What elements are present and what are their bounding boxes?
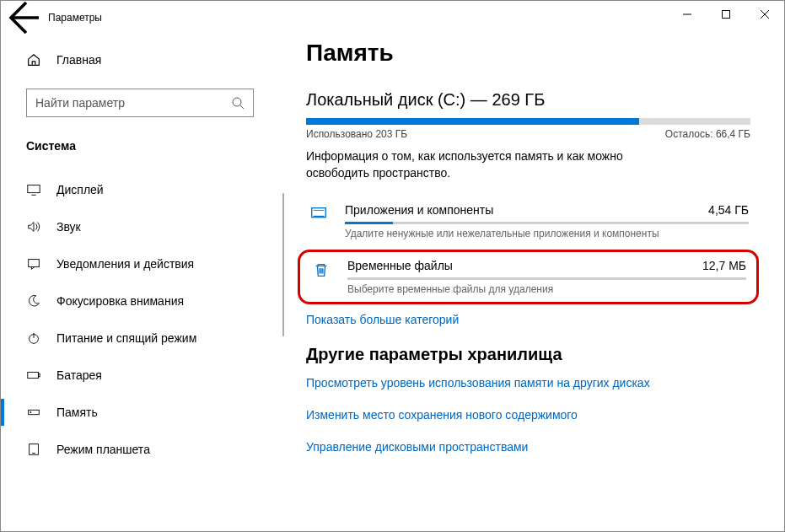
link-storage-spaces[interactable]: Управление дисковыми пространствами <box>306 440 750 454</box>
sound-icon <box>26 219 41 234</box>
sidebar-item-label: Дисплей <box>56 183 104 196</box>
apps-icon <box>308 203 330 223</box>
battery-icon <box>26 368 41 383</box>
entry-bar <box>347 277 746 280</box>
home-label: Главная <box>56 53 101 67</box>
sidebar-item-notifications[interactable]: Уведомления и действия <box>1 245 279 282</box>
svg-rect-1 <box>723 11 730 19</box>
minimize-button[interactable] <box>668 1 707 28</box>
sidebar-item-label: Уведомления и действия <box>56 257 194 271</box>
tablet-icon <box>26 442 41 457</box>
home-icon <box>26 52 41 67</box>
other-header: Другие параметры хранилища <box>306 345 750 364</box>
back-button[interactable] <box>1 1 41 35</box>
entry-body: Приложения и компоненты 4,54 ГБ Удалите … <box>345 203 749 239</box>
notifications-icon <box>26 256 41 271</box>
scroll-indicator[interactable] <box>282 193 284 336</box>
entry-apps[interactable]: Приложения и компоненты 4,54 ГБ Удалите … <box>306 198 750 245</box>
maximize-icon <box>722 10 730 19</box>
sidebar-item-battery[interactable]: Батарея <box>1 357 279 394</box>
svg-point-4 <box>233 98 241 106</box>
home-link[interactable]: Главная <box>1 43 279 77</box>
svg-rect-6 <box>28 185 40 193</box>
entry-size: 4,54 ГБ <box>708 203 749 217</box>
entry-bar-fill <box>345 222 393 224</box>
sidebar-item-sound[interactable]: Звук <box>1 208 279 245</box>
link-more-categories[interactable]: Показать больше категорий <box>306 313 750 326</box>
entry-bar <box>345 222 749 224</box>
moon-icon <box>26 293 41 309</box>
entry-sub: Удалите ненужные или нежелательные прило… <box>345 228 749 239</box>
sidebar-item-label: Фокусировка внимания <box>56 294 184 308</box>
close-button[interactable] <box>745 1 784 28</box>
sidebar-item-storage[interactable]: Память <box>1 394 279 431</box>
display-icon <box>26 182 41 197</box>
entry-temp[interactable]: Временные файлы 12,7 МБ Выберите временн… <box>309 259 748 295</box>
search-placeholder: Найти параметр <box>35 96 125 110</box>
sidebar-item-display[interactable]: Дисплей <box>1 171 279 208</box>
svg-rect-11 <box>28 372 39 378</box>
entry-sub: Выберите временные файлы для удаления <box>347 283 746 295</box>
sidebar-item-power[interactable]: Питание и спящий режим <box>1 320 279 357</box>
link-change-save[interactable]: Изменить место сохранения нового содержи… <box>306 408 750 422</box>
sidebar-item-focus[interactable]: Фокусировка внимания <box>1 282 279 320</box>
svg-line-5 <box>240 105 244 109</box>
search-input[interactable]: Найти параметр <box>26 89 254 117</box>
close-icon <box>761 10 769 19</box>
disk-usage-fill <box>306 118 639 125</box>
trash-icon <box>310 259 332 279</box>
link-other-disks[interactable]: Просмотреть уровень использования памяти… <box>306 376 750 390</box>
disk-title: Локальный диск (C:) — 269 ГБ <box>306 90 750 110</box>
used-label: Использовано 203 ГБ <box>306 128 407 140</box>
body: Главная Найти параметр Система Дисплей З… <box>1 35 784 531</box>
titlebar: Параметры <box>1 1 784 35</box>
disk-labels: Использовано 203 ГБ Осталось: 66,4 ГБ <box>306 128 750 140</box>
storage-icon <box>26 405 41 420</box>
content: Память Локальный диск (C:) — 269 ГБ Испо… <box>279 35 784 531</box>
entry-size: 12,7 МБ <box>702 259 746 272</box>
sidebar-item-tablet[interactable]: Режим планшета <box>1 431 279 468</box>
free-label: Осталось: 66,4 ГБ <box>665 128 750 140</box>
svg-rect-12 <box>38 373 40 377</box>
svg-rect-18 <box>314 216 325 218</box>
minimize-icon <box>683 10 691 19</box>
nav-list: Дисплей Звук Уведомления и действия Фоку… <box>1 171 279 468</box>
svg-rect-8 <box>29 260 40 267</box>
power-icon <box>26 330 41 346</box>
sidebar-category: Система <box>26 139 279 153</box>
window-title: Параметры <box>48 12 102 24</box>
sidebar-item-label: Память <box>56 406 98 419</box>
settings-window: Параметры Главная Найти параметр Система… <box>0 0 785 532</box>
sidebar: Главная Найти параметр Система Дисплей З… <box>1 35 279 531</box>
entry-title: Приложения и компоненты <box>345 203 493 217</box>
sidebar-item-label: Питание и спящий режим <box>56 331 196 345</box>
arrow-left-icon <box>1 0 41 38</box>
disk-usage-bar <box>306 118 750 125</box>
sidebar-item-label: Батарея <box>56 368 102 382</box>
svg-point-14 <box>30 411 32 413</box>
window-controls <box>668 1 784 28</box>
sidebar-item-label: Режим планшета <box>56 443 150 456</box>
description: Информация о том, как используется памят… <box>306 148 677 181</box>
entry-title: Временные файлы <box>347 259 453 272</box>
entry-body: Временные файлы 12,7 МБ Выберите временн… <box>347 259 746 295</box>
highlight-box: Временные файлы 12,7 МБ Выберите временн… <box>298 250 759 304</box>
sidebar-item-label: Звук <box>56 220 81 234</box>
page-title: Память <box>306 40 750 67</box>
maximize-button[interactable] <box>707 1 745 28</box>
search-icon <box>231 96 245 110</box>
